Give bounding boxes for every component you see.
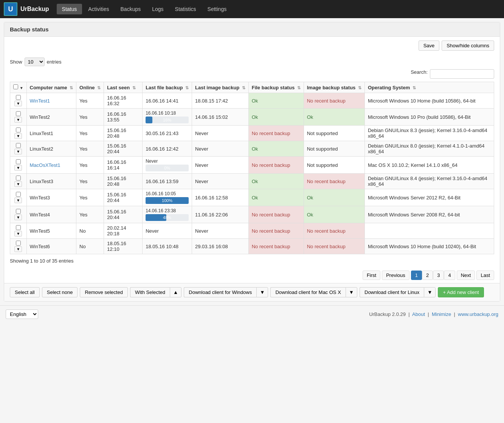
row-os: Microsoft Windows 10 Home (build 10586),… — [364, 93, 494, 109]
row-image-status: Not supported — [304, 126, 364, 141]
page-btn-2[interactable]: 2 — [422, 271, 433, 280]
nav-link-activities[interactable]: Activities — [83, 4, 114, 14]
row-last-image-backup: 16.06.16 12:58 — [192, 189, 249, 206]
footer-left: English Deutsch Français Español 中文 — [6, 309, 38, 319]
row-last-file-backup: 18.05.16 10:48 — [143, 239, 192, 254]
select-all-button[interactable]: Select all — [10, 287, 40, 297]
row-os: Debian GNU/Linux 8.0 (jessie); Kernel 4.… — [364, 141, 494, 157]
download-windows-button[interactable]: Download client for Windows — [184, 287, 256, 297]
row-dropdown-btn[interactable]: ▼ — [14, 149, 22, 154]
download-linux-caret[interactable]: ▼ — [424, 287, 436, 297]
nav-link-settings[interactable]: Settings — [202, 4, 232, 14]
pagination-last[interactable]: Last — [476, 271, 494, 280]
sort-icon-file-status: ⇅ — [297, 86, 301, 90]
header-last-image-backup[interactable]: Last image backup ⇅ — [192, 82, 249, 93]
row-computer-name: WinTest1 — [26, 93, 76, 109]
show-hide-columns-button[interactable]: Show/hide columns — [442, 40, 494, 51]
progress-bar-wrap: 100% — [146, 197, 189, 204]
header-last-seen[interactable]: Last seen ⇅ — [104, 82, 143, 93]
select-none-button[interactable]: Select none — [42, 287, 78, 297]
row-checkbox[interactable] — [16, 192, 21, 197]
nav-link-status[interactable]: Status — [57, 4, 82, 14]
page-btn-3[interactable]: 3 — [433, 271, 444, 280]
remove-selected-button[interactable]: Remove selected — [80, 287, 127, 297]
row-checkbox[interactable] — [16, 128, 21, 132]
language-select[interactable]: English Deutsch Français Español 中文 — [6, 309, 38, 319]
download-linux-button[interactable]: Download client for Linux — [360, 287, 424, 297]
row-dropdown-btn[interactable]: ▼ — [14, 215, 22, 220]
download-mac-caret[interactable]: ▼ — [346, 287, 357, 297]
row-last-file-backup: 16.06.16 10:18 16% — [143, 109, 192, 126]
row-last-seen: 15.06.16 20:44 — [104, 141, 143, 157]
page-btn-4[interactable]: 4 — [444, 271, 455, 280]
header-file-status[interactable]: File backup status ⇅ — [248, 82, 304, 93]
row-checkbox-cell: ▼ — [10, 157, 27, 174]
row-dropdown-btn[interactable]: ▼ — [14, 165, 22, 171]
row-checkbox[interactable] — [16, 225, 21, 230]
footer-website-link[interactable]: www.urbackup.org — [458, 311, 498, 317]
header-dropdown-icon[interactable]: ▼ — [20, 86, 23, 90]
row-image-status: Not supported — [304, 157, 364, 174]
footer-about-link[interactable]: About — [412, 311, 425, 317]
row-checkbox-cell: ▼ — [10, 126, 27, 141]
computer-name-link[interactable]: WinTest1 — [30, 98, 50, 104]
progress-text: 100% — [146, 197, 189, 204]
pagination-next[interactable]: Next — [457, 271, 475, 280]
nav-link-logs[interactable]: Logs — [147, 4, 169, 14]
row-file-status: No recent backup — [248, 239, 304, 254]
pagination-first[interactable]: First — [363, 271, 380, 280]
table-row: ▼ WinTest1Yes16.06.16 16:3216.06.16 14:4… — [10, 93, 494, 109]
footer-right: UrBackup 2.0.29 | About | Minimize | www… — [369, 311, 498, 317]
progress-text: 16% — [146, 117, 189, 123]
footer-minimize-link[interactable]: Minimize — [432, 311, 451, 317]
row-dropdown-btn[interactable]: ▼ — [14, 246, 22, 252]
with-selected-caret[interactable]: ▲ — [170, 287, 181, 297]
row-checkbox-cell: ▼ — [10, 93, 27, 109]
search-input[interactable] — [430, 69, 494, 79]
nav-link-backups[interactable]: Backups — [115, 4, 146, 14]
row-computer-name: MacOsXTest1 — [26, 157, 76, 174]
nav-link-statistics[interactable]: Statistics — [170, 4, 202, 14]
row-dropdown-btn[interactable]: ▼ — [14, 101, 22, 106]
row-dropdown-btn[interactable]: ▼ — [14, 181, 22, 187]
row-dropdown-btn[interactable]: ▼ — [14, 133, 22, 139]
header-image-status[interactable]: Image backup status ⇅ — [304, 82, 364, 93]
header-os[interactable]: Operating System ⇅ — [364, 82, 494, 93]
header-last-file-backup[interactable]: Last file backup ⇅ — [143, 82, 192, 93]
bottom-bar: Select all Select none Remove selected W… — [4, 283, 500, 301]
row-checkbox[interactable] — [16, 95, 21, 100]
row-online: Yes — [76, 157, 104, 174]
entries-select[interactable]: 10 25 50 100 — [25, 58, 45, 66]
pagination-prev[interactable]: Previous — [382, 271, 409, 280]
with-selected-group: With Selected ▲ — [130, 287, 181, 297]
row-checkbox[interactable] — [16, 143, 21, 148]
select-all-checkbox[interactable] — [13, 84, 18, 89]
row-checkbox[interactable] — [16, 176, 21, 180]
sort-icon-image-backup: ⇅ — [242, 86, 245, 90]
row-checkbox[interactable] — [16, 111, 21, 116]
page-btn-1[interactable]: 1 — [411, 271, 422, 280]
navbar: U UrBackup StatusActivitiesBackupsLogsSt… — [0, 0, 504, 18]
row-dropdown-btn[interactable]: ▼ — [14, 117, 22, 123]
footer-version: UrBackup 2.0.29 — [369, 311, 406, 317]
row-dropdown-btn[interactable]: ▼ — [14, 231, 22, 236]
row-dropdown-btn[interactable]: ▼ — [14, 198, 22, 203]
download-mac-button[interactable]: Download client for Mac OS X — [270, 287, 345, 297]
download-mac-group: Download client for Mac OS X ▼ — [270, 287, 357, 297]
row-online: Yes — [76, 206, 104, 223]
row-checkbox-cell: ▼ — [10, 223, 27, 239]
row-checkbox[interactable] — [16, 159, 21, 164]
row-checkbox[interactable] — [16, 241, 21, 246]
row-file-status: No recent backup — [248, 223, 304, 239]
save-button[interactable]: Save — [419, 40, 440, 51]
header-computer-name[interactable]: Computer name ⇅ — [26, 82, 76, 93]
download-windows-caret[interactable]: ▼ — [256, 287, 268, 297]
with-selected-button[interactable]: With Selected — [130, 287, 170, 297]
row-checkbox-cell: ▼ — [10, 141, 27, 157]
row-computer-name: WinTest4 — [26, 206, 76, 223]
row-checkbox[interactable] — [16, 209, 21, 214]
add-new-client-button[interactable]: + Add new client — [438, 287, 484, 297]
computer-name-link[interactable]: MacOsXTest1 — [30, 162, 60, 168]
header-online[interactable]: Online ⇅ — [76, 82, 104, 93]
table-row: ▼ LinuxTest3Yes15.06.16 20:4816.06.16 13… — [10, 174, 494, 189]
